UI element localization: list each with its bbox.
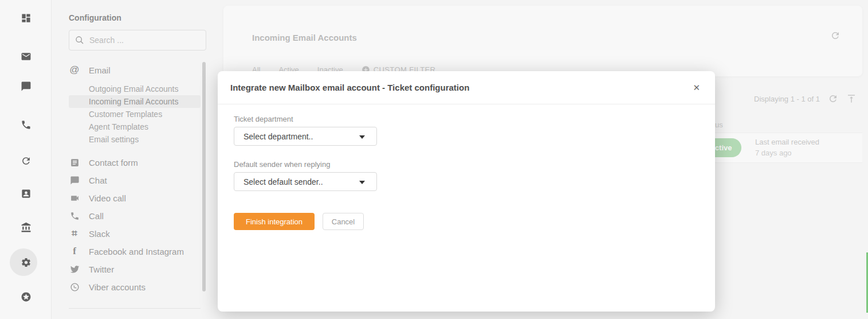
icon-rail bbox=[0, 0, 52, 319]
last-email-value: 7 days ago bbox=[755, 149, 792, 157]
mail-icon[interactable] bbox=[0, 42, 52, 70]
ticket-department-select[interactable]: Select department.. bbox=[234, 127, 377, 146]
at-email-icon: @ bbox=[69, 64, 80, 76]
default-sender-label: Default sender when replying bbox=[234, 160, 330, 169]
ticket-configuration-modal: Integrate new Mailbox email account - Ti… bbox=[218, 71, 715, 312]
sidebar-item-slack[interactable]: ⌗ Slack bbox=[69, 225, 110, 242]
sidebar-item-viber-accounts[interactable]: Viber accounts bbox=[69, 279, 146, 295]
sidebar-item-facebook-instagram[interactable]: f Facebook and Instagram bbox=[69, 243, 184, 259]
sidebar-item-incoming-email-accounts[interactable]: Incoming Email Accounts bbox=[69, 95, 201, 108]
app-root: Configuration @ Email Outgoing Email Acc… bbox=[0, 0, 868, 319]
call-icon[interactable] bbox=[0, 111, 52, 138]
sidebar-item-chat[interactable]: Chat bbox=[69, 172, 107, 188]
sidebar-title: Configuration bbox=[69, 13, 121, 22]
settings-icon[interactable] bbox=[0, 248, 52, 276]
facebook-icon: f bbox=[69, 246, 80, 257]
sidebar-search[interactable] bbox=[69, 30, 206, 50]
sidebar-item-video-call[interactable]: Video call bbox=[69, 190, 126, 206]
chat-bubble-icon bbox=[69, 174, 80, 186]
ticket-department-label: Ticket department bbox=[234, 115, 293, 123]
list-toolbar: Displaying 1 - 1 of 1 bbox=[754, 94, 857, 104]
cancel-button[interactable]: Cancel bbox=[323, 213, 364, 230]
sidebar-item-call[interactable]: Call bbox=[69, 208, 104, 224]
sync-icon[interactable] bbox=[0, 147, 52, 174]
sidebar-item-outgoing-email-accounts[interactable]: Outgoing Email Accounts bbox=[69, 83, 201, 95]
chat-icon[interactable] bbox=[0, 72, 52, 100]
video-camera-icon bbox=[69, 192, 80, 204]
search-input[interactable] bbox=[89, 36, 198, 45]
modal-body: Ticket department Select department.. De… bbox=[218, 104, 715, 311]
viber-icon bbox=[69, 281, 80, 293]
displaying-count: Displaying 1 - 1 of 1 bbox=[754, 95, 820, 103]
scroll-to-top-icon[interactable] bbox=[846, 94, 857, 104]
page-header-card: Incoming Email Accounts All Active Inact… bbox=[223, 6, 862, 76]
sidebar-item-contact-form[interactable]: Contact form bbox=[69, 154, 138, 170]
sidebar-item-twitter[interactable]: Twitter bbox=[69, 261, 114, 277]
twitter-icon bbox=[69, 263, 80, 275]
star-icon[interactable] bbox=[0, 283, 52, 310]
sidebar-item-email-settings[interactable]: Email settings bbox=[69, 133, 201, 146]
modal-title: Integrate new Mailbox email account - Ti… bbox=[230, 83, 469, 92]
sidebar-bottom-divider bbox=[69, 308, 201, 309]
chevron-down-icon bbox=[359, 135, 365, 139]
modal-header: Integrate new Mailbox email account - Ti… bbox=[218, 71, 715, 104]
sidebar-item-email[interactable]: @ Email bbox=[69, 62, 111, 78]
sidebar-scrollbar[interactable] bbox=[202, 62, 206, 291]
finish-integration-button[interactable]: Finish integration bbox=[234, 213, 315, 230]
search-icon bbox=[75, 36, 84, 45]
refresh-icon[interactable] bbox=[830, 30, 842, 42]
sidebar-item-customer-templates[interactable]: Customer Templates bbox=[69, 108, 201, 120]
slack-icon: ⌗ bbox=[69, 228, 80, 239]
default-sender-select[interactable]: Select default sender.. bbox=[234, 172, 377, 191]
contacts-icon[interactable] bbox=[0, 180, 52, 207]
page-title: Incoming Email Accounts bbox=[252, 33, 357, 42]
close-icon[interactable]: ✕ bbox=[690, 81, 702, 94]
last-email-label: Last email received bbox=[755, 138, 819, 146]
sidebar-item-agent-templates[interactable]: Agent Templates bbox=[69, 120, 201, 133]
chevron-down-icon bbox=[359, 181, 365, 184]
modal-buttons: Finish integration Cancel bbox=[234, 213, 364, 230]
phone-icon bbox=[69, 210, 80, 221]
bank-icon[interactable] bbox=[0, 213, 52, 241]
form-icon bbox=[69, 157, 80, 168]
list-refresh-icon[interactable] bbox=[828, 94, 838, 104]
configuration-sidebar: Configuration @ Email Outgoing Email Acc… bbox=[52, 0, 218, 319]
dashboard-icon[interactable] bbox=[0, 4, 52, 32]
